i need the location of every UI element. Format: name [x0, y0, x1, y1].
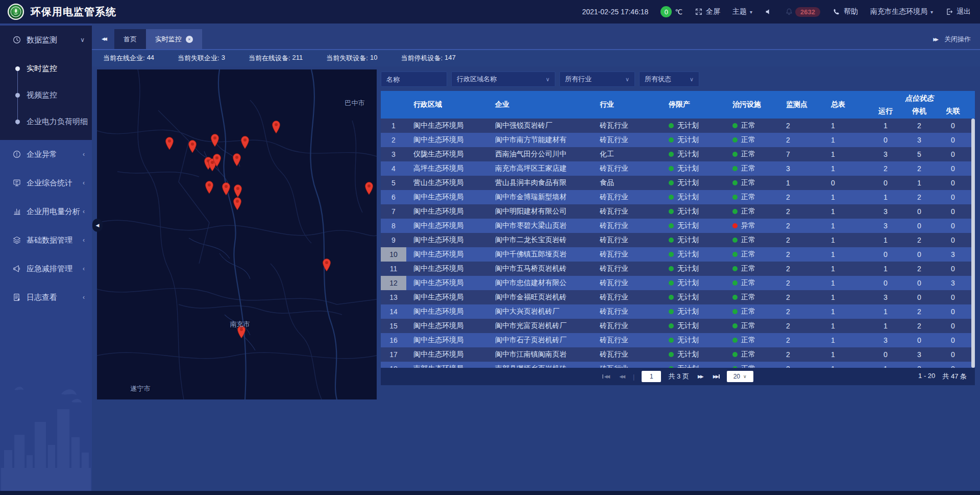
map-pin[interactable]	[221, 181, 231, 196]
notification-bell[interactable]: 2632	[785, 7, 820, 17]
table-row[interactable]: 4高坪生态环境局南充市高坪区王家店建砖瓦行业无计划正常31220	[381, 161, 975, 176]
pagination-bar: ◀◀ ◀◀ | 共 3 页 ▶▶ ▶▶ 20 ∨ 1 - 20 共 47 条	[381, 368, 975, 385]
sidebar-item[interactable]: 数据监测∨	[0, 26, 92, 54]
status-text: 无计划	[677, 235, 699, 245]
tab-label: 首页	[124, 35, 137, 44]
previous-page-button[interactable]: ◀◀	[618, 373, 626, 380]
cell-limit-production: 无计划	[662, 362, 725, 368]
sidebar-subitem[interactable]: 实时监控	[0, 55, 92, 82]
map-city-label: 巴中市	[345, 99, 365, 108]
map-pin[interactable]	[322, 257, 332, 272]
table-row[interactable]: 6阆中生态环境局阆中市金博瑞新型墙材砖瓦行业无计划正常21120	[381, 190, 975, 204]
cell-industry: 砖瓦行业	[593, 247, 662, 262]
map-city-label: 遂宁市	[131, 384, 151, 393]
map-pin[interactable]	[240, 135, 250, 149]
table-scrollbar[interactable]	[971, 119, 975, 368]
map-pin[interactable]	[212, 153, 222, 167]
map-pin[interactable]	[187, 139, 198, 153]
sidebar-item[interactable]: 企业异常‹	[0, 140, 92, 169]
cell-monitor-points: 7	[779, 147, 824, 161]
cell-region: 仪陇生态环境局	[406, 147, 488, 161]
status-select[interactable]: 所有状态 ∨	[639, 72, 699, 87]
theme-label: 主题	[732, 7, 747, 16]
table-row[interactable]: 8阆中生态环境局阆中市枣碧大梁山页岩砖瓦行业无计划异常21300	[381, 219, 975, 233]
table-row[interactable]: 14阆中生态环境局阆中大兴页岩机砖厂砖瓦行业无计划正常21120	[381, 304, 975, 319]
table-row[interactable]: 2阆中生态环境局阆中市南方节能建材有砖瓦行业无计划正常21030	[381, 133, 975, 147]
company-name-input[interactable]	[381, 72, 447, 87]
logout-button[interactable]: 退出	[945, 7, 971, 16]
table-row[interactable]: 18南部生态环境局南部县碾垭乡页岩机砖砖瓦行业无计划正常21120	[381, 362, 975, 368]
theme-dropdown[interactable]: 主题 ▾	[732, 7, 752, 16]
row-index: 9	[381, 233, 406, 247]
help-button[interactable]: 帮助	[832, 7, 858, 16]
sidebar-item[interactable]: 企业用电量分析‹	[0, 197, 92, 226]
sidebar-item[interactable]: 基础数据管理‹	[0, 226, 92, 254]
next-page-button[interactable]: ▶▶	[696, 373, 704, 380]
cell-limit-production: 无计划	[662, 219, 725, 233]
tabs-scroll-right-button[interactable]: ▶▶	[933, 37, 937, 42]
first-page-button[interactable]: ◀◀	[602, 373, 610, 380]
map-collapse-handle[interactable]: ◀	[92, 219, 103, 232]
volume-mute-icon[interactable]	[765, 8, 773, 16]
sidebar-subitem[interactable]: 企业电力负荷明细	[0, 108, 92, 135]
cell-region: 阆中生态环境局	[406, 119, 488, 133]
layers-icon	[12, 235, 21, 245]
table-row[interactable]: 10阆中生态环境局阆中千佛镇五郎垭页岩砖瓦行业无计划正常21003	[381, 247, 975, 262]
cell-offline: 0	[936, 119, 970, 133]
fullscreen-button[interactable]: 全屏	[695, 7, 720, 16]
status-text: 无计划	[677, 121, 699, 130]
temperature: 0 ℃	[660, 6, 682, 17]
map-pin[interactable]	[210, 133, 220, 147]
tab-首页[interactable]: 首页	[114, 29, 146, 49]
map-pin[interactable]	[364, 181, 374, 195]
table-row[interactable]: 3仪陇生态环境局西南油气田分公司川中化工无计划正常71350	[381, 147, 975, 161]
sidebar-item[interactable]: 应急减排管理‹	[0, 254, 92, 283]
status-dot-green	[732, 309, 738, 314]
table-row[interactable]: 16阆中生态环境局阆中市石子页岩机砖厂砖瓦行业无计划正常21300	[381, 333, 975, 347]
map-pin[interactable]	[233, 183, 243, 198]
table-row[interactable]: 13阆中生态环境局阆中市金福旺页岩机砖砖瓦行业无计划正常21300	[381, 290, 975, 304]
sidebar-item[interactable]: 企业综合统计‹	[0, 169, 92, 197]
cell-running: 1	[869, 233, 902, 247]
cell-region: 阆中生态环境局	[406, 247, 488, 262]
column-header-seq	[381, 91, 406, 119]
stat-value: 10	[370, 54, 377, 63]
cell-stopped: 2	[902, 161, 936, 176]
industry-select[interactable]: 所有行业 ∨	[559, 72, 635, 87]
row-index: 18	[381, 362, 406, 368]
sidebar-item[interactable]: 日志查看‹	[0, 283, 92, 312]
map-pin[interactable]	[232, 152, 242, 167]
cell-stopped: 3	[902, 347, 936, 362]
close-operations-button[interactable]: 关闭操作	[944, 35, 971, 44]
cell-running: 0	[869, 276, 902, 290]
status-text: 无计划	[677, 193, 699, 202]
sidebar-subitem[interactable]: 视频监控	[0, 82, 92, 108]
map-pin[interactable]	[232, 196, 242, 210]
map-pin[interactable]	[164, 136, 175, 150]
map-pin[interactable]	[271, 120, 281, 134]
tabs-scroll-left-button[interactable]: ◀◀	[97, 32, 110, 45]
table-row[interactable]: 17阆中生态环境局阆中市江南镇阆南页岩砖瓦行业无计划正常21030	[381, 347, 975, 362]
app-title: 环保用电监管系统	[31, 5, 116, 19]
table-row[interactable]: 12阆中生态环境局阆中市忠信建材有限公砖瓦行业无计划正常21003	[381, 276, 975, 290]
table-row[interactable]: 1阆中生态环境局阆中强锐页岩砖厂砖瓦行业无计划正常21120	[381, 119, 975, 133]
table-row[interactable]: 5营山生态环境局营山县润丰肉食品有限食品无计划正常10010	[381, 176, 975, 190]
table-row[interactable]: 7阆中生态环境局阆中明阳建材有限公司砖瓦行业无计划正常21300	[381, 204, 975, 219]
tab-实时监控[interactable]: 实时监控×	[146, 29, 202, 49]
page-number-input[interactable]	[642, 371, 661, 382]
last-page-button[interactable]: ▶▶	[712, 373, 720, 380]
table-row[interactable]: 15阆中生态环境局阆中市光富页岩机砖厂砖瓦行业无计划正常21120	[381, 319, 975, 333]
cell-limit-production: 无计划	[662, 133, 725, 147]
table-row[interactable]: 9阆中生态环境局阆中市二龙长宝页岩砖砖瓦行业无计划正常21120	[381, 233, 975, 247]
close-tab-icon[interactable]: ×	[186, 36, 193, 43]
fullscreen-label: 全屏	[706, 7, 720, 16]
page-size-select[interactable]: 20 ∨	[727, 371, 753, 382]
map[interactable]: 巴中市南充市遂宁市 ◀	[97, 69, 377, 399]
horizontal-scrollbar[interactable]	[0, 491, 980, 495]
cell-offline: 0	[936, 304, 970, 319]
status-dot-green	[669, 209, 674, 214]
region-select[interactable]: 行政区域名称 ∨	[451, 72, 555, 87]
table-row[interactable]: 11阆中生态环境局阆中市五马桥页岩机砖砖瓦行业无计划正常21120	[381, 262, 975, 276]
user-org-dropdown[interactable]: 南充市生态环境局 ▾	[870, 7, 933, 16]
map-pin[interactable]	[204, 180, 214, 194]
